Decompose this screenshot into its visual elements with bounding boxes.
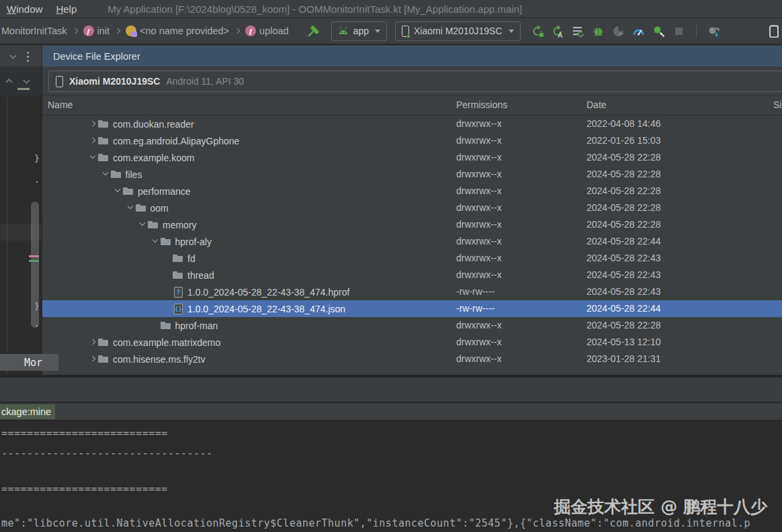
tree-row[interactable]: hprof-man drwxrwx--x 2024-05-28 22:28 [42, 317, 782, 334]
chevron-placeholder [163, 300, 173, 317]
permissions-cell: drwxrwx--x [456, 152, 502, 163]
vcs-change-marker [29, 255, 39, 257]
debug-icon[interactable] [592, 25, 605, 38]
permissions-cell: drwxrwx--x [456, 320, 502, 330]
run-with-coverage-icon[interactable] [572, 25, 584, 38]
folder-icon [173, 267, 184, 283]
panel-header[interactable]: Device File Explorer [42, 46, 782, 66]
device-partial-icon[interactable] [768, 25, 781, 38]
breadcrumb-item-init[interactable]: f init [83, 26, 110, 36]
kebab-menu-icon[interactable] [27, 52, 29, 54]
chevron-right-icon [72, 28, 79, 34]
chevron-collapsed-icon[interactable] [88, 132, 98, 149]
tree-row[interactable]: com.hisense.ms.fly2tv drwxrwx--x 2023-01… [42, 351, 782, 367]
device-selector[interactable]: Xiaomi M2010J19SC [395, 21, 521, 41]
chevron-up-icon[interactable] [5, 77, 13, 85]
column-separator[interactable] [769, 98, 769, 114]
profiler-icon[interactable] [632, 25, 645, 38]
apply-code-changes-icon[interactable]: A [552, 25, 564, 38]
column-header-name[interactable]: Name [48, 99, 73, 110]
code-fragment: } [34, 153, 40, 163]
date-cell: 2024-05-28 22:28 [586, 152, 661, 163]
breadcrumb-item-upload[interactable]: f upload [245, 26, 289, 36]
chevron-collapsed-icon[interactable] [88, 351, 98, 367]
column-header-permissions[interactable]: Permissions [456, 99, 507, 110]
stop-icon[interactable] [672, 25, 685, 38]
chevron-expanded-icon[interactable] [88, 149, 98, 166]
menu-window[interactable]: Window [0, 3, 49, 15]
chevron-expanded-icon[interactable] [126, 200, 136, 216]
console-line: ========================== [1, 483, 168, 495]
android-icon [338, 26, 349, 36]
watermark: 掘金技术社区 @ 鹏程十八少 [554, 496, 767, 518]
android-studio-window: Window Help My Application [F:\2024blog\… [0, 0, 782, 532]
run-config-selector[interactable]: app [331, 21, 387, 41]
chevron-expanded-icon[interactable] [150, 233, 161, 250]
profile-icon[interactable] [612, 25, 625, 38]
chevron-right-icon [234, 28, 241, 34]
run-toolbar: MonitorInitTask f init <no name provided… [0, 18, 782, 45]
chevron-expanded-icon[interactable] [138, 216, 148, 233]
editor-nav-bar [0, 66, 42, 96]
device-bar: Xiaomi M2010J19SC Android 11, API 30 [42, 66, 782, 96]
permissions-cell: drwxrwx--x [456, 337, 502, 347]
function-icon: f [245, 26, 256, 36]
column-header-date[interactable]: Date [586, 99, 607, 110]
permissions-cell: drwxrwx--x [456, 202, 502, 213]
tree-row[interactable]: {} 1.0.0_2024-05-28_22-43-38_474.json -r… [42, 300, 782, 317]
date-cell: 2024-05-28 22:28 [586, 169, 661, 179]
column-separator[interactable] [452, 98, 453, 114]
tree-row[interactable]: com.example.koom drwxrwx--x 2024-05-28 2… [42, 149, 782, 166]
column-header-size[interactable]: Si [773, 99, 781, 110]
date-cell: 2024-05-28 22:44 [586, 303, 661, 314]
tree-row[interactable]: fd drwxrwx--x 2024-05-28 22:43 [42, 250, 782, 267]
logcat-filter-chip[interactable]: ckage:mine [0, 404, 55, 419]
function-icon: f [83, 26, 94, 36]
folder-icon [161, 233, 172, 250]
tree-row[interactable]: com.example.matrixdemo drwxrwx--x 2024-0… [42, 334, 782, 351]
chevron-expanded-icon[interactable] [113, 183, 123, 200]
tree-row[interactable]: memory drwxrwx--x 2024-05-28 22:28 [42, 216, 782, 233]
tree-row[interactable]: ? 1.0.0_2024-05-28_22-43-38_474.hprof -r… [42, 283, 782, 300]
chevron-collapsed-icon[interactable] [88, 116, 98, 132]
chevron-down-icon[interactable] [23, 77, 31, 85]
device-dropdown[interactable]: Xiaomi M2010J19SC Android 11, API 30 [48, 71, 782, 92]
tree-row[interactable]: hprof-aly drwxrwx--x 2024-05-28 22:44 [42, 233, 782, 250]
tree-row[interactable]: files drwxrwx--x 2024-05-28 22:28 [42, 166, 782, 183]
folder-icon [98, 351, 110, 367]
column-separator[interactable] [580, 98, 580, 114]
tree-row[interactable]: com.duokan.reader drwxrwx--x 2022-04-08 … [42, 116, 782, 132]
logcat-filter-bar: ckage:mine [0, 403, 782, 420]
date-cell: 2024-05-28 22:28 [586, 320, 661, 330]
anonymous-class-icon [126, 26, 136, 36]
tree-row[interactable]: com.eg.android.AlipayGphone drwxrwx--x 2… [42, 132, 782, 149]
folder-icon [136, 200, 147, 216]
chevron-placeholder [163, 267, 173, 283]
more-button[interactable]: Mor [0, 354, 58, 371]
editor-mark [17, 88, 30, 90]
file-tree: com.duokan.reader drwxrwx--x 2022-04-08 … [42, 116, 782, 367]
date-cell: 2024-05-28 22:43 [586, 253, 661, 263]
window-title: My Application [F:\2024blog\0528_koom] -… [107, 3, 522, 15]
tree-row[interactable]: thread drwxrwx--x 2024-05-28 22:43 [42, 267, 782, 283]
tree-row[interactable]: performance drwxrwx--x 2024-05-28 22:28 [42, 183, 782, 200]
gradle-sync-icon[interactable] [707, 25, 720, 38]
console-line: --------------------------------- [1, 447, 213, 459]
date-cell: 2024-05-28 22:43 [586, 286, 661, 297]
tree-row[interactable]: oom drwxrwx--x 2024-05-28 22:28 [42, 200, 782, 216]
apply-changes-icon[interactable] [531, 25, 544, 38]
attach-debugger-icon[interactable] [652, 25, 665, 38]
folder-icon [173, 250, 184, 267]
chevron-collapsed-icon[interactable] [88, 334, 98, 351]
phone-icon [402, 26, 409, 37]
folder-icon [98, 149, 110, 166]
chevron-expanded-icon[interactable] [101, 166, 111, 183]
build-hammer-icon[interactable] [306, 25, 319, 38]
menu-help[interactable]: Help [49, 3, 83, 15]
menu-bar: Window Help My Application [F:\2024blog\… [0, 0, 782, 18]
permissions-cell: drwxrwx--x [456, 135, 502, 146]
breadcrumb-item-monitorinittask[interactable]: MonitorInitTask [1, 26, 67, 36]
chevron-down-icon[interactable] [9, 52, 17, 60]
run-actions: A [531, 24, 781, 38]
breadcrumb-item-anonymous[interactable]: <no name provided> [126, 26, 229, 36]
